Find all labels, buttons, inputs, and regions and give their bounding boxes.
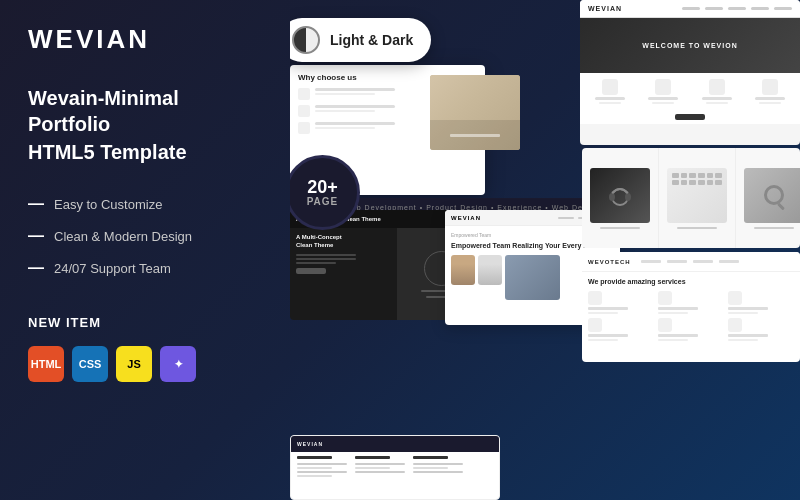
sc-nav-links — [682, 7, 792, 10]
sc-feature-line — [648, 97, 678, 100]
service-item — [588, 291, 654, 314]
sc-nav-link — [705, 7, 723, 10]
why-line2 — [315, 110, 375, 112]
sc-feature-item — [747, 79, 795, 104]
service-icon — [728, 291, 742, 305]
sc-hero-text: WELCOME TO WEVION — [642, 42, 737, 49]
products-row — [582, 148, 800, 248]
sc-feature-icon — [709, 79, 725, 95]
feature-label: Easy to Customize — [54, 197, 162, 212]
service-label — [728, 334, 768, 337]
main-container: WEVIAN Wevain-Minimal Portfolio HTML5 Te… — [0, 0, 800, 500]
footer-header: WEVIAN — [291, 436, 499, 452]
services-nav — [641, 260, 739, 263]
product-label — [600, 227, 640, 229]
dash-icon: — — [28, 195, 44, 213]
sc-feature-line — [755, 97, 785, 100]
service-label2 — [588, 339, 618, 341]
team-avatar-2 — [478, 255, 502, 285]
why-icon — [298, 122, 310, 134]
screenshot-collage: WEVIAN WELCOME TO WEVION — [290, 0, 800, 500]
service-icon — [658, 291, 672, 305]
services-body: We provide amazing services — [582, 272, 800, 347]
services-title: We provide amazing services — [588, 278, 794, 285]
footer-col-title — [413, 456, 448, 459]
sc-feature-item — [693, 79, 741, 104]
footer-col-line — [355, 471, 405, 473]
footer-col-line — [413, 471, 463, 473]
service-label2 — [658, 339, 688, 341]
services-nav-item — [667, 260, 687, 263]
sc-feature-item — [586, 79, 634, 104]
team-nav-item — [558, 217, 574, 219]
sc-nav-link — [774, 7, 792, 10]
footer-col-line — [355, 463, 405, 465]
product-img-search — [744, 168, 800, 223]
right-panel: Light & Dark 20+ PAGE WEVIAN — [290, 0, 800, 500]
sc-feature-item — [640, 79, 688, 104]
product-item-headphones — [582, 148, 659, 248]
sc-nav-logo: WEVIAN — [588, 5, 622, 12]
footer-col-line — [297, 475, 332, 477]
footer-col-line — [297, 463, 347, 465]
brand-logo: WEVIAN — [28, 24, 262, 55]
sc-feature-line2 — [706, 102, 728, 104]
service-item — [658, 291, 724, 314]
service-icon — [588, 291, 602, 305]
sc-cta-area — [580, 110, 800, 124]
service-icon — [588, 318, 602, 332]
light-dark-label: Light & Dark — [330, 32, 413, 48]
sc-feature-line2 — [652, 102, 674, 104]
sc-feature-line2 — [599, 102, 621, 104]
sc-feature-line — [595, 97, 625, 100]
svg-point-1 — [609, 193, 615, 201]
service-label — [588, 334, 628, 337]
services-grid — [588, 291, 794, 341]
theme-left-content: A Multi-ConceptClean Theme — [290, 228, 397, 320]
sc-nav-link — [751, 7, 769, 10]
theme-line — [296, 258, 356, 260]
dash-icon: — — [28, 259, 44, 277]
codepen-icon: ✦ — [160, 346, 196, 382]
js-icon: JS — [116, 346, 152, 382]
svg-point-2 — [625, 193, 631, 201]
footer-col-title — [297, 456, 332, 459]
service-item — [728, 318, 794, 341]
sc-hero-dark: WELCOME TO WEVION — [580, 18, 800, 73]
sc-feature-icon — [762, 79, 778, 95]
service-label — [728, 307, 768, 310]
screenshot-products — [582, 148, 800, 248]
service-item — [588, 318, 654, 341]
footer-logo: WEVIAN — [297, 441, 323, 447]
half-circle-icon — [292, 26, 320, 54]
footer-col-title — [355, 456, 390, 459]
product-img-headphones — [590, 168, 650, 223]
sc-feature-icon — [602, 79, 618, 95]
service-label — [658, 307, 698, 310]
sc-nav-link — [682, 7, 700, 10]
light-dark-badge[interactable]: Light & Dark — [290, 18, 431, 62]
screenshot-top-nav: WEVIAN WELCOME TO WEVION — [580, 0, 800, 145]
sc-feature-line2 — [759, 102, 781, 104]
hand-image-screenshot — [430, 75, 520, 150]
feature-label: 24/07 Support Team — [54, 261, 171, 276]
feature-item: — Clean & Modern Design — [28, 227, 262, 245]
service-item — [728, 291, 794, 314]
tagline-line1: Wevain-Minimal Portfolio — [28, 85, 262, 137]
tech-icons-row: HTML CSS JS ✦ — [28, 346, 262, 382]
service-label — [658, 334, 698, 337]
service-label2 — [728, 339, 758, 341]
why-line2 — [315, 127, 375, 129]
service-label2 — [728, 312, 758, 314]
features-list: — Easy to Customize — Clean & Modern Des… — [28, 195, 262, 291]
feature-item: — Easy to Customize — [28, 195, 262, 213]
theme-line — [296, 262, 336, 264]
why-icon — [298, 105, 310, 117]
footer-col — [297, 456, 347, 477]
product-label — [754, 227, 794, 229]
feature-item: — 24/07 Support Team — [28, 259, 262, 277]
product-item-search — [736, 148, 800, 248]
service-icon — [658, 318, 672, 332]
team-avatar-1 — [451, 255, 475, 285]
why-line — [315, 105, 395, 108]
